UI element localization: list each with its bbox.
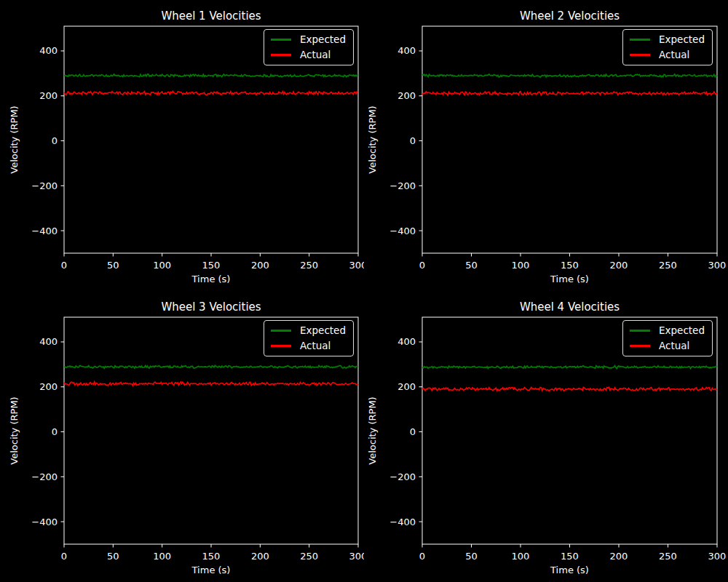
- legend-swatch-actual: [271, 345, 291, 347]
- y-tick-label: −200: [31, 471, 58, 482]
- legend-entry-expected: Expected: [271, 324, 346, 336]
- x-tick-label: 250: [659, 260, 677, 271]
- y-tick-label: −400: [31, 517, 58, 527]
- chart-title: Wheel 1 Velocities: [161, 9, 261, 23]
- x-tick-label: 100: [512, 260, 530, 271]
- legend-entry-expected: Expected: [630, 33, 705, 45]
- expected-line: [422, 366, 717, 369]
- x-tick-label: 150: [561, 551, 579, 562]
- y-tick-label: −400: [389, 517, 416, 527]
- y-tick-label: 400: [397, 45, 416, 56]
- x-axis-label: Time (s): [550, 565, 589, 575]
- x-tick-label: 300: [349, 551, 364, 562]
- legend-entry-expected: Expected: [271, 33, 346, 45]
- x-tick-label: 50: [465, 551, 478, 562]
- y-axis-label: Velocity (RPM): [367, 396, 378, 464]
- y-tick-label: −400: [31, 226, 58, 236]
- legend-label: Expected: [659, 33, 705, 45]
- expected-line: [64, 365, 358, 368]
- legend-label: Expected: [659, 324, 705, 336]
- actual-line: [422, 387, 717, 391]
- y-tick-label: −400: [389, 226, 416, 236]
- x-tick-label: 100: [153, 260, 171, 271]
- x-tick-label: 250: [300, 551, 318, 562]
- chart-wheel-1: Wheel 1 Velocities0501001502002503004002…: [0, 0, 364, 291]
- legend: ExpectedActual: [622, 320, 713, 356]
- legend-swatch-expected: [630, 330, 650, 332]
- actual-line: [64, 91, 358, 95]
- y-tick-label: 200: [39, 90, 58, 101]
- x-tick-label: 50: [107, 551, 119, 562]
- x-tick-label: 100: [512, 551, 530, 562]
- legend-label: Actual: [300, 49, 331, 60]
- x-tick-label: 200: [251, 551, 269, 562]
- y-tick-label: 200: [39, 381, 58, 392]
- x-tick-label: 200: [251, 260, 269, 271]
- legend-label: Expected: [300, 324, 346, 336]
- legend-entry-actual: Actual: [630, 340, 705, 351]
- x-tick-label: 150: [561, 260, 579, 271]
- y-tick-label: 400: [397, 336, 416, 347]
- x-tick-label: 50: [465, 260, 478, 271]
- y-tick-label: 0: [410, 135, 416, 146]
- chart-title: Wheel 3 Velocities: [161, 300, 261, 314]
- chart-title: Wheel 2 Velocities: [520, 9, 620, 23]
- chart-wheel-2: Wheel 2 Velocities0501001502002503004002…: [364, 0, 728, 291]
- figure: Wheel 1 Velocities0501001502002503004002…: [0, 0, 728, 582]
- y-tick-label: 400: [39, 45, 58, 56]
- x-tick-label: 50: [107, 260, 119, 271]
- x-tick-label: 150: [202, 551, 221, 562]
- legend-label: Actual: [659, 340, 689, 351]
- legend-label: Actual: [300, 340, 331, 351]
- legend: ExpectedActual: [622, 29, 713, 65]
- legend-entry-actual: Actual: [630, 49, 705, 60]
- actual-line: [422, 92, 717, 95]
- legend: ExpectedActual: [264, 29, 354, 65]
- actual-line: [64, 382, 358, 386]
- x-tick-label: 0: [419, 551, 425, 562]
- x-tick-label: 0: [419, 260, 425, 271]
- x-tick-label: 100: [153, 551, 171, 562]
- x-tick-label: 200: [610, 551, 628, 562]
- legend-swatch-actual: [630, 345, 650, 347]
- legend-swatch-expected: [271, 330, 291, 332]
- chart-wheel-3: Wheel 3 Velocities0501001502002503004002…: [0, 291, 364, 582]
- expected-line: [64, 74, 358, 77]
- y-tick-label: −200: [389, 471, 416, 482]
- x-axis-label: Time (s): [191, 274, 231, 284]
- x-axis-label: Time (s): [191, 565, 231, 575]
- x-tick-label: 250: [300, 260, 318, 271]
- x-tick-label: 300: [708, 551, 727, 562]
- expected-line: [422, 74, 717, 77]
- y-tick-label: 0: [52, 426, 58, 437]
- x-tick-label: 150: [202, 260, 221, 271]
- chart-title: Wheel 4 Velocities: [520, 300, 620, 314]
- x-axis-label: Time (s): [550, 274, 589, 284]
- legend-swatch-actual: [630, 54, 650, 56]
- legend-swatch-actual: [271, 54, 291, 56]
- y-axis-label: Velocity (RPM): [9, 105, 20, 173]
- y-tick-label: 400: [39, 336, 58, 347]
- legend-entry-expected: Expected: [630, 324, 705, 336]
- x-tick-label: 0: [61, 260, 67, 271]
- legend-swatch-expected: [630, 39, 650, 41]
- x-tick-label: 0: [61, 551, 67, 562]
- legend-swatch-expected: [271, 39, 291, 41]
- chart-wheel-4: Wheel 4 Velocities0501001502002503004002…: [364, 291, 728, 582]
- legend-label: Actual: [659, 49, 689, 60]
- legend-label: Expected: [300, 33, 346, 45]
- x-tick-label: 300: [708, 260, 727, 271]
- y-tick-label: 200: [397, 90, 416, 101]
- legend-entry-actual: Actual: [271, 49, 346, 60]
- y-tick-label: −200: [389, 180, 416, 191]
- legend: ExpectedActual: [264, 320, 354, 356]
- y-tick-label: −200: [31, 180, 58, 191]
- x-tick-label: 300: [349, 260, 364, 271]
- y-axis-label: Velocity (RPM): [367, 105, 378, 173]
- legend-entry-actual: Actual: [271, 340, 346, 351]
- x-tick-label: 250: [659, 551, 677, 562]
- x-tick-label: 200: [610, 260, 628, 271]
- y-tick-label: 200: [397, 381, 416, 392]
- y-tick-label: 0: [52, 135, 58, 146]
- y-axis-label: Velocity (RPM): [9, 396, 20, 464]
